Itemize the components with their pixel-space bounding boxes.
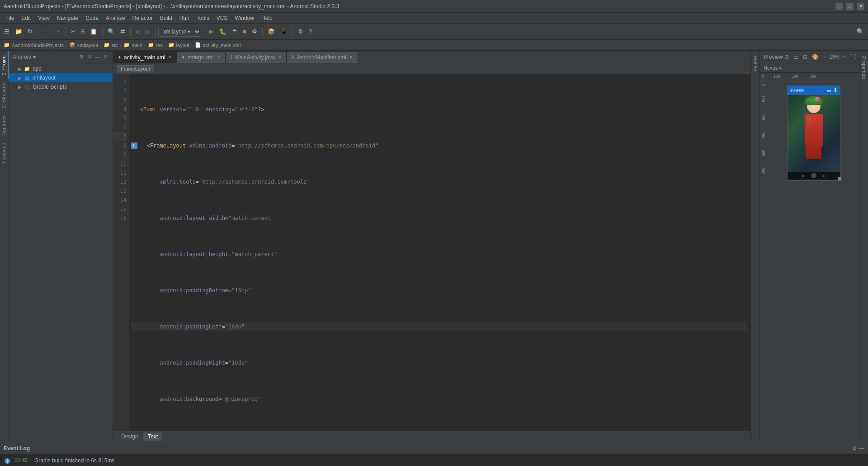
toolbar-replace-btn[interactable]: ⇄: [118, 27, 127, 36]
event-log-minimize[interactable]: —: [859, 445, 864, 452]
code-breadcrumb-tag[interactable]: FrameLayout: [117, 65, 154, 72]
settings-btn[interactable]: ⚙: [296, 27, 306, 36]
preview-panel-header: Preview ⊞ ☰ ⊟ 🎨 − 19% + ⛶ 📱 🔔 ⚙ ✕: [760, 51, 859, 63]
toolbar-cut-btn[interactable]: ✂: [68, 27, 78, 36]
bc-xmllayout[interactable]: 📦 xmllayout: [69, 42, 98, 48]
svg-text:i: i: [7, 459, 8, 464]
tab-close-4[interactable]: ✕: [349, 54, 353, 60]
toolbar-undo-btn[interactable]: ←: [41, 27, 51, 36]
preview-list-btn[interactable]: ☰: [792, 53, 800, 61]
menu-tools[interactable]: Tools: [193, 14, 213, 22]
event-log-tools: ⚙ —: [852, 445, 864, 452]
event-log-settings[interactable]: ⚙: [852, 445, 857, 452]
menu-edit[interactable]: Edit: [18, 14, 34, 22]
properties-tab[interactable]: Properties: [860, 52, 868, 82]
project-panel-title: Android ▾: [13, 54, 36, 60]
gradle-sync-btn[interactable]: ♻: [250, 27, 259, 36]
gradle-icon: ⬡: [24, 83, 31, 90]
tab-close-1[interactable]: ✕: [168, 54, 172, 60]
toolbar: ☰ 📁 ↻ ← → ✂ ⎘ 📋 🔍 ⇄ ◁ ▷ xmllayout ▾ ▶ 🐛 …: [0, 24, 868, 40]
bc-main[interactable]: 📁 main: [123, 42, 142, 48]
project-settings-btn[interactable]: ⚙: [78, 53, 85, 60]
bc-layout[interactable]: 📁 layout: [168, 42, 189, 48]
menu-file[interactable]: File: [2, 14, 18, 22]
preview-split-btn[interactable]: ⊟: [802, 53, 809, 61]
maximize-button[interactable]: □: [846, 3, 854, 10]
device-status-bar: 显示时间 ▲▲ 🔋: [788, 86, 840, 95]
window-title: AandroidStudioProjects - [F:\AandroidStu…: [4, 3, 339, 10]
tree-item-xmllayout[interactable]: ▶ ▦ xmllayout: [9, 73, 113, 82]
left-vertical-tabs: 1: Project 2: Structure Captures Favorit…: [0, 51, 9, 442]
bc-src[interactable]: 📁 src: [104, 42, 118, 48]
toolbar-paste-btn[interactable]: 📋: [88, 27, 99, 36]
project-collapse-btn[interactable]: —: [94, 53, 101, 60]
bc-res[interactable]: 📁 res: [148, 42, 163, 48]
menu-run[interactable]: Run: [176, 14, 193, 22]
preview-content-area: 0 100 200 300 400 500 显示时间 ▲▲ 🔋: [760, 82, 859, 442]
preview-zoom-out-btn[interactable]: −: [822, 53, 828, 61]
debug-btn[interactable]: 🐛: [217, 27, 229, 36]
avd-manager-btn[interactable]: 📱: [278, 27, 290, 36]
stop-btn[interactable]: ■: [241, 27, 249, 36]
code-text[interactable]: <?xml version="1.0" encoding="utf-8"?> C…: [129, 74, 750, 431]
editor-content[interactable]: 1 2 3 4 5 6 7 8 9 10 11 12 13 14 15 16: [113, 74, 750, 431]
tab-mainactivity[interactable]: J MainActivity.java ✕: [226, 51, 287, 63]
project-tab[interactable]: 1: Project: [0, 51, 9, 79]
editor-tab-design[interactable]: Design: [117, 433, 142, 441]
build-config-select[interactable]: xmllayout ▾: [158, 27, 201, 37]
tab-strings[interactable]: ✦ strings.xml ✕: [177, 51, 225, 63]
tree-item-xmllayout-label: xmllayout: [33, 75, 56, 81]
device-time: 显示时间: [789, 88, 804, 93]
menu-build[interactable]: Build: [156, 14, 176, 22]
toolbar-separator-5: [155, 27, 156, 36]
run-with-coverage-btn[interactable]: ☂: [230, 27, 240, 36]
menu-refactor[interactable]: Refactor: [129, 14, 156, 22]
close-button[interactable]: ✕: [857, 3, 864, 10]
resize-handle[interactable]: [838, 177, 841, 181]
toolbar-project-btn[interactable]: ☰: [2, 27, 12, 36]
minimize-button[interactable]: ─: [835, 3, 843, 10]
toolbar-forward-btn[interactable]: ▷: [143, 27, 152, 36]
editor-tab-text[interactable]: Text: [143, 433, 162, 441]
toolbar-copy-btn[interactable]: ⎘: [79, 27, 87, 36]
toolbar-open-btn[interactable]: 📁: [13, 27, 24, 36]
tree-item-app[interactable]: ▶ 📁 app: [9, 64, 113, 73]
toolbar-find-btn[interactable]: 🔍: [105, 27, 117, 36]
favorites-tab[interactable]: Favorites: [0, 139, 9, 167]
project-close-btn[interactable]: ✕: [102, 53, 109, 60]
toolbar-back-btn[interactable]: ◁: [133, 27, 142, 36]
tab-close-2[interactable]: ✕: [217, 54, 221, 60]
bc-root[interactable]: 📁 AandroidStudioProjects: [4, 42, 64, 48]
event-log-content: i 22:45 Gradle build finished in 6s 815m…: [0, 455, 868, 466]
bc-file[interactable]: 📄 activity_main.xml: [195, 42, 241, 48]
help-btn[interactable]: ?: [307, 27, 314, 36]
preview-zoom-in-btn[interactable]: +: [841, 53, 847, 61]
menu-navigate[interactable]: Navigate: [53, 14, 82, 22]
menu-window[interactable]: Window: [231, 14, 258, 22]
toolbar-separator-7: [262, 27, 263, 36]
sdk-manager-btn[interactable]: 📦: [265, 27, 277, 36]
project-sync-btn[interactable]: ↺: [86, 53, 93, 60]
search-everywhere-btn[interactable]: 🔍: [854, 27, 866, 36]
menu-vcs[interactable]: VCS: [213, 14, 231, 22]
preview-grid-btn[interactable]: ⊞: [783, 53, 790, 61]
tab-manifest[interactable]: A AndroidManifest.xml ✕: [287, 51, 358, 63]
captures-tab[interactable]: Captures: [0, 112, 9, 139]
tab-activity-main[interactable]: ✦ activity_main.xml ✕: [113, 51, 177, 63]
preview-palette-btn[interactable]: 🎨: [811, 53, 820, 61]
run-btn[interactable]: ▶: [207, 27, 216, 36]
structure-tab[interactable]: 2: Structure: [0, 79, 9, 112]
preview-fit-btn[interactable]: ⛶: [849, 53, 857, 61]
menu-code[interactable]: Code: [82, 14, 102, 22]
app-folder-icon: 📁: [24, 65, 31, 72]
toolbar-redo-btn[interactable]: →: [52, 27, 62, 36]
tab-close-3[interactable]: ✕: [278, 54, 282, 60]
log-text-0: Gradle build finished in 6s 815ms: [34, 457, 114, 464]
tree-item-gradle[interactable]: ▶ ⬡ Gradle Scripts: [9, 82, 113, 91]
menu-analyze[interactable]: Analyze: [102, 14, 129, 22]
menu-help[interactable]: Help: [258, 14, 276, 22]
device-screen: 显示时间 ▲▲ 🔋: [787, 86, 840, 181]
palette-tab[interactable]: Palette: [752, 52, 759, 75]
toolbar-sync-btn[interactable]: ↻: [25, 27, 35, 36]
menu-view[interactable]: View: [34, 14, 53, 22]
